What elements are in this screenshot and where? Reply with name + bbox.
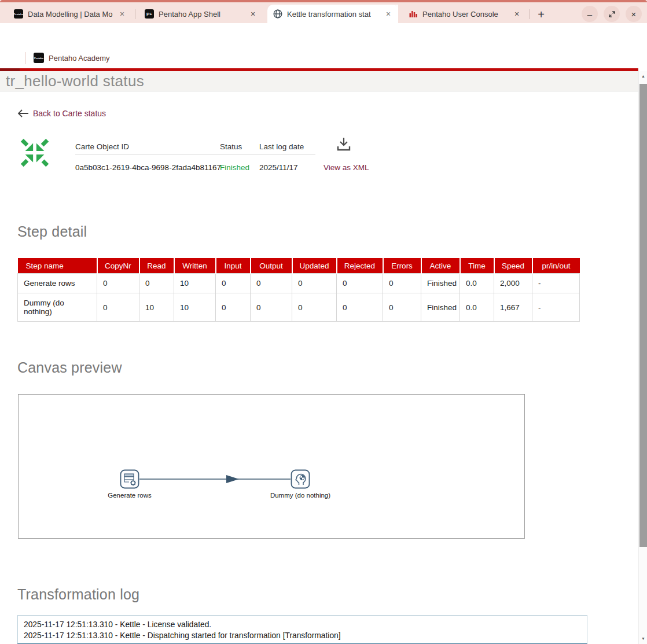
col-errors: Errors — [383, 258, 421, 274]
cell: 0 — [216, 293, 251, 322]
carte-col-status: Status — [220, 142, 242, 151]
p-plus-favicon-icon: P+ — [145, 9, 154, 19]
col-speed: Speed — [494, 258, 532, 274]
tab-pentaho-app-shell[interactable]: P+ Pentaho App Shell × — [139, 5, 263, 23]
view-as-xml-link[interactable]: View as XML — [324, 163, 369, 172]
cell: Finished — [421, 274, 460, 293]
col-step-name: Step name — [18, 258, 97, 274]
kettle-logo-icon — [18, 135, 52, 170]
close-window-button[interactable]: × — [626, 6, 642, 22]
col-rejected: Rejected — [337, 258, 383, 274]
tab-data-modelling[interactable]: Pentaho Data Modelling | Data Mo × — [8, 5, 132, 23]
step-label-generate-rows: Generate rows — [108, 492, 151, 499]
col-output: Output — [251, 258, 292, 274]
tab-close-icon[interactable]: × — [512, 9, 522, 19]
generate-rows-step-icon — [120, 469, 139, 489]
cell: 10 — [139, 293, 174, 322]
log-textarea[interactable]: 2025-11-17 12:51:13.310 - Kettle - Licen… — [17, 615, 587, 644]
red-chart-favicon-icon — [409, 9, 418, 19]
tab-title: Data Modelling | Data Mo — [28, 10, 117, 19]
tab-pentaho-user-console[interactable]: Pentaho User Console × — [403, 5, 527, 23]
cell: - — [532, 293, 580, 322]
tab-title: Kettle transformation stat — [287, 10, 383, 19]
carte-last-log-date-value: 2025/11/17 — [259, 163, 298, 172]
bookmark-pentaho-academy[interactable]: Pentaho Academy — [49, 54, 110, 62]
cell: 0.0 — [460, 274, 494, 293]
minimize-button[interactable]: – — [582, 6, 598, 22]
page-title-bar: tr_hello-world status — [0, 71, 638, 91]
cell: 0 — [337, 274, 383, 293]
scroll-down-button[interactable]: ▼ — [639, 634, 647, 643]
cell: 2,000 — [494, 274, 532, 293]
canvas-preview: Generate rows Dummy (do nothing) — [18, 394, 525, 539]
cell: 10 — [174, 274, 216, 293]
dummy-step-icon — [291, 469, 310, 489]
col-time: Time — [460, 258, 494, 274]
col-input: Input — [216, 258, 251, 274]
cell: 0 — [216, 274, 251, 293]
log-line: 2025-11-17 12:51:13.310 - Kettle - Licen… — [24, 619, 586, 630]
cell: 0 — [383, 293, 421, 322]
cell: 0 — [383, 274, 421, 293]
col-pr-in-out: pr/in/out — [532, 258, 580, 274]
vertical-scrollbar[interactable]: ▲ ▼ — [638, 71, 647, 644]
tab-title: Pentaho App Shell — [159, 10, 248, 19]
step-label-dummy: Dummy (do nothing) — [270, 492, 330, 499]
tab-title: Pentaho User Console — [422, 10, 512, 19]
cell: 0 — [292, 293, 337, 322]
carte-col-date: Last log date — [259, 142, 304, 151]
tab-separator — [530, 9, 530, 19]
col-written: Written — [174, 258, 216, 274]
page-title: tr_hello-world status — [6, 72, 144, 90]
maximize-icon — [608, 10, 616, 18]
step-detail-table: Step name CopyNr Read Written Input Outp… — [17, 258, 580, 322]
canvas-preview-heading: Canvas preview — [17, 359, 122, 376]
cell: 0 — [97, 274, 139, 293]
scrollbar-thumb[interactable] — [639, 84, 647, 547]
carte-col-id: Carte Object ID — [75, 142, 129, 151]
cell: Generate rows — [18, 274, 97, 293]
tab-bar: Pentaho Data Modelling | Data Mo × P+ Pe… — [0, 2, 647, 23]
cell: Finished — [421, 293, 460, 322]
col-active: Active — [421, 258, 460, 274]
cell: 0 — [97, 293, 139, 322]
cell: 0 — [139, 274, 174, 293]
step-table-header-row: Step name CopyNr Read Written Input Outp… — [18, 258, 580, 274]
cell: 0 — [292, 274, 337, 293]
cell: 10 — [174, 293, 216, 322]
table-row: Dummy (do nothing) 0 10 10 0 0 0 0 0 Fin… — [18, 293, 580, 322]
carte-object-id-value: 0a5b03c1-2619-4bca-9698-2fada4b81167 — [75, 163, 221, 172]
carte-header-divider — [75, 154, 315, 155]
col-copynr: CopyNr — [97, 258, 139, 274]
bookmarks-bar: Pentaho Pentaho Academy — [0, 49, 647, 68]
bookmarks-divider — [25, 52, 26, 64]
cell: 0 — [337, 293, 383, 322]
browser-toolbar: ← → localhost:8080/pentaho/kettle/transS… — [0, 23, 647, 49]
col-read: Read — [139, 258, 174, 274]
back-to-carte-link[interactable]: Back to Carte status — [17, 109, 106, 118]
browser-window: Pentaho Data Modelling | Data Mo × P+ Pe… — [0, 0, 647, 644]
pentaho-favicon-icon: Pentaho — [34, 53, 44, 63]
tab-separator — [135, 9, 135, 19]
scroll-up-button[interactable]: ▲ — [639, 71, 647, 80]
cell: 0.0 — [460, 293, 494, 322]
log-line: 2025-11-17 12:51:13.310 - Kettle - Dispa… — [24, 630, 586, 641]
cell: Dummy (do nothing) — [18, 293, 97, 322]
maximize-button[interactable] — [604, 6, 620, 22]
new-tab-button[interactable]: + — [534, 7, 549, 22]
globe-favicon-icon — [273, 9, 282, 19]
hop-connector-arrow — [139, 474, 291, 484]
download-icon[interactable] — [336, 137, 351, 152]
tab-kettle-transformation-status[interactable]: Kettle transformation stat × — [267, 5, 398, 23]
pentaho-favicon-icon: Pentaho — [14, 9, 23, 19]
col-updated: Updated — [292, 258, 337, 274]
page-content: Back to Carte status Carte Object ID Sta… — [0, 91, 638, 644]
cell: 1,667 — [494, 293, 532, 322]
step-detail-heading: Step detail — [17, 223, 87, 240]
carte-status-value: Finished — [220, 163, 249, 172]
back-arrow-icon — [17, 109, 29, 117]
cell: - — [532, 274, 580, 293]
transformation-log-heading: Transformation log — [17, 586, 139, 603]
table-row: Generate rows 0 0 10 0 0 0 0 0 Finished … — [18, 274, 580, 293]
tab-close-icon[interactable]: × — [248, 9, 258, 19]
